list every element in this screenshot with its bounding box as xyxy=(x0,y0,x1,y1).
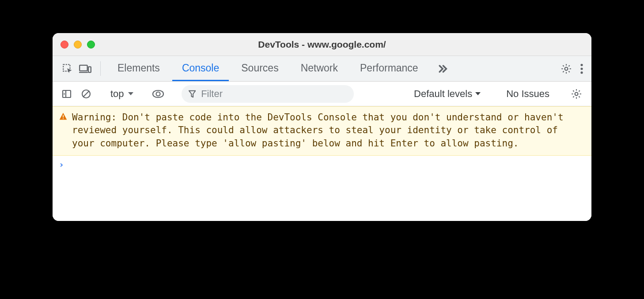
settings-icon[interactable] xyxy=(561,63,572,75)
warning-text: Warning: Don't paste code into the DevTo… xyxy=(72,111,583,150)
chevron-down-icon xyxy=(475,92,481,96)
tab-network[interactable]: Network xyxy=(291,56,348,81)
svg-rect-14 xyxy=(63,115,64,118)
maximize-window-button[interactable] xyxy=(87,41,95,49)
filter-input-wrap xyxy=(182,85,354,103)
devtools-window: DevTools - www.google.com/ Elements Cons… xyxy=(53,33,591,221)
svg-line-11 xyxy=(83,91,89,97)
minimize-window-button[interactable] xyxy=(74,41,82,49)
svg-rect-15 xyxy=(63,118,64,119)
window-title: DevTools - www.google.com/ xyxy=(53,39,591,50)
more-menu-icon[interactable] xyxy=(580,63,583,75)
issues-button[interactable]: No Issues xyxy=(500,88,556,100)
svg-point-13 xyxy=(575,92,578,95)
context-label: top xyxy=(110,88,124,100)
filter-input[interactable] xyxy=(201,88,346,100)
traffic-lights xyxy=(61,41,95,49)
inspect-element-icon[interactable] xyxy=(59,60,76,78)
svg-point-7 xyxy=(580,71,583,74)
console-output: Warning: Don't paste code into the DevTo… xyxy=(53,106,591,221)
svg-point-4 xyxy=(565,67,568,70)
console-toolbar: top Default levels No Issues xyxy=(53,82,591,106)
console-prompt[interactable]: › xyxy=(53,156,591,173)
svg-rect-3 xyxy=(88,67,91,72)
context-selector[interactable]: top xyxy=(107,88,137,100)
console-warning-row: Warning: Don't paste code into the DevTo… xyxy=(53,106,591,156)
close-window-button[interactable] xyxy=(61,41,68,49)
svg-point-5 xyxy=(580,64,583,66)
prompt-chevron-icon: › xyxy=(59,159,64,170)
filter-icon xyxy=(189,90,196,98)
console-settings-icon[interactable] xyxy=(568,86,584,102)
more-tabs-icon[interactable] xyxy=(431,56,454,81)
tab-sources[interactable]: Sources xyxy=(231,56,288,81)
live-expression-icon[interactable] xyxy=(150,86,166,102)
warning-icon xyxy=(59,112,68,123)
titlebar: DevTools - www.google.com/ xyxy=(53,33,591,56)
svg-point-6 xyxy=(580,67,583,70)
clear-console-icon[interactable] xyxy=(78,86,94,102)
panel-tabs: Elements Console Sources Network Perform… xyxy=(103,56,557,81)
log-levels-label: Default levels xyxy=(414,88,472,100)
tab-elements[interactable]: Elements xyxy=(108,56,170,81)
tab-performance[interactable]: Performance xyxy=(350,56,428,81)
log-levels-selector[interactable]: Default levels xyxy=(408,88,487,100)
main-tabs-row: Elements Console Sources Network Perform… xyxy=(53,56,591,82)
chevron-down-icon xyxy=(128,92,134,96)
toggle-sidebar-icon[interactable] xyxy=(59,86,75,102)
device-toolbar-icon[interactable] xyxy=(76,60,94,78)
svg-rect-1 xyxy=(80,65,87,71)
tab-console[interactable]: Console xyxy=(172,56,229,81)
svg-point-12 xyxy=(156,92,160,96)
